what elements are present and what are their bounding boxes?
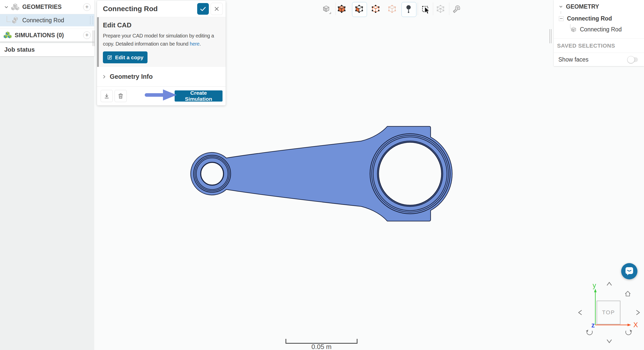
- geometry-tree-item-connecting-rod[interactable]: Connecting Rod: [0, 14, 94, 26]
- scene-tree-child-row[interactable]: Connecting Rod: [554, 24, 644, 35]
- saved-selections-header: SAVED SELECTIONS: [554, 38, 644, 53]
- panel-scrollbar[interactable]: [97, 17, 99, 67]
- annotation-arrow: [145, 89, 178, 101]
- toolbar-divider: [418, 3, 418, 15]
- job-status-panel[interactable]: Job status: [0, 43, 94, 56]
- solid-cube-icon: [571, 27, 577, 33]
- show-faces-label: Show faces: [558, 56, 588, 63]
- documentation-link[interactable]: here: [190, 41, 200, 47]
- add-simulation-button[interactable]: +: [83, 31, 91, 39]
- left-panel-resize-handle[interactable]: [93, 30, 95, 46]
- x-axis-arrow: [628, 324, 631, 326]
- rotate-ccw-icon: [585, 329, 594, 336]
- detail-panel-title: Connecting Rod: [103, 5, 197, 13]
- simulations-header-label: SIMULATIONS (0): [15, 32, 64, 39]
- nav-rotate-left-button[interactable]: [576, 307, 584, 318]
- simscale-workbench: GEOMETRIES + Connecting Rod: [0, 0, 644, 350]
- tape-measure-icon: [452, 4, 462, 14]
- select-volume-button[interactable]: [337, 4, 347, 14]
- geometries-header-row[interactable]: GEOMETRIES +: [0, 0, 94, 14]
- select-vertex-cube-icon-disabled: [387, 4, 397, 14]
- simulations-stack-icon: [4, 31, 12, 39]
- chevron-down-icon[interactable]: [4, 4, 9, 10]
- close-button[interactable]: [211, 3, 223, 15]
- add-geometry-button[interactable]: +: [83, 3, 91, 11]
- geometry-info-label: Geometry Info: [110, 73, 153, 80]
- close-icon: [214, 6, 220, 12]
- simulations-header-row[interactable]: SIMULATIONS (0) +: [0, 29, 94, 42]
- select-face-button[interactable]: [354, 4, 364, 14]
- geometries-stack-icon: [11, 3, 19, 11]
- edit-pencil-icon: [107, 55, 113, 60]
- probe-point-button[interactable]: [403, 4, 414, 14]
- scene-tree-parent-label: Connecting Rod: [567, 15, 612, 22]
- collapse-node-button[interactable]: [559, 16, 564, 21]
- y-axis-arrow: [594, 289, 597, 292]
- scene-tree-child-label: Connecting Rod: [580, 26, 622, 33]
- geometry-info-row[interactable]: Geometry Info: [97, 67, 226, 87]
- confirm-button[interactable]: [197, 3, 209, 15]
- row-drag-grip[interactable]: [90, 16, 93, 24]
- right-panel-resize-handle[interactable]: [549, 29, 551, 43]
- show-faces-toggle[interactable]: [627, 57, 638, 62]
- job-status-label: Job status: [4, 46, 35, 53]
- detail-panel-header: Connecting Rod: [97, 1, 226, 17]
- big-end-bore: [379, 142, 442, 205]
- small-end-bore: [201, 162, 224, 185]
- download-geometry-button[interactable]: [101, 90, 113, 102]
- create-simulation-button[interactable]: Create Simulation: [175, 90, 223, 102]
- edit-cad-description: Prepare your CAD model for simulation by…: [103, 32, 222, 48]
- y-axis-label: y: [593, 282, 596, 289]
- rotate-cw-button[interactable]: [623, 328, 634, 337]
- orientation-axes: y X z: [588, 279, 644, 329]
- rotate-ccw-button[interactable]: [584, 328, 595, 337]
- show-faces-row: Show faces: [554, 53, 644, 66]
- geometry-section-header[interactable]: GEOMETRY: [554, 0, 644, 13]
- tree-spacer: [0, 26, 94, 29]
- chevron-left-icon: [577, 308, 583, 317]
- geometry-section-label: GEOMETRY: [566, 3, 599, 10]
- select-vertex-button: [387, 4, 397, 14]
- view-style-button[interactable]: [321, 4, 331, 14]
- geometry-item-label: Connecting Rod: [22, 17, 64, 24]
- select-volume-cube-icon: [337, 4, 347, 14]
- edit-a-copy-button[interactable]: Edit a copy: [103, 51, 148, 63]
- nav-rotate-down-button[interactable]: [604, 337, 614, 345]
- toolbar-divider: [433, 3, 433, 15]
- chat-bubble-icon: [624, 267, 634, 276]
- tree-connector: [570, 28, 573, 29]
- chevron-down-icon[interactable]: [558, 4, 563, 9]
- scene-tree-parent-row[interactable]: Connecting Rod: [554, 13, 644, 24]
- project-tree-panel: GEOMETRIES + Connecting Rod: [0, 0, 94, 42]
- download-icon: [103, 93, 110, 99]
- tree-connector: [561, 11, 561, 14]
- select-face-cube-icon: [354, 4, 364, 14]
- mouse-cursor: [424, 7, 432, 16]
- support-chat-button[interactable]: [621, 263, 637, 279]
- probe-pin-icon: [403, 4, 414, 14]
- rotate-cw-icon: [624, 329, 633, 336]
- trash-icon: [117, 93, 124, 99]
- edit-cad-section: Edit CAD Prepare your CAD model for simu…: [97, 17, 226, 67]
- tree-connector: [7, 16, 11, 22]
- cad-viewport-svg: [0, 0, 644, 350]
- measure-button[interactable]: [452, 4, 462, 14]
- select-edge-cube-icon: [371, 4, 381, 14]
- chevron-down-icon: [605, 338, 613, 344]
- chevron-right-icon: [102, 74, 106, 79]
- edit-cad-heading: Edit CAD: [103, 17, 226, 29]
- toggle-knob: [627, 56, 635, 63]
- check-icon: [199, 5, 207, 13]
- mesh-cube-icon-disabled: [435, 4, 446, 14]
- geometry-cube-icon: [12, 17, 19, 24]
- select-edge-button[interactable]: [371, 4, 381, 14]
- toolbar-divider: [449, 3, 449, 15]
- delete-geometry-button[interactable]: [115, 90, 127, 102]
- mesh-view-button: [435, 4, 446, 14]
- scale-bar-label: 0.05 m: [285, 343, 358, 350]
- toolbar-divider: [336, 3, 336, 15]
- geometries-header-label: GEOMETRIES: [22, 4, 62, 10]
- scene-tree-panel: GEOMETRY Connecting Rod Connecting Rod S…: [554, 0, 644, 66]
- view-cube-icon: [321, 4, 331, 14]
